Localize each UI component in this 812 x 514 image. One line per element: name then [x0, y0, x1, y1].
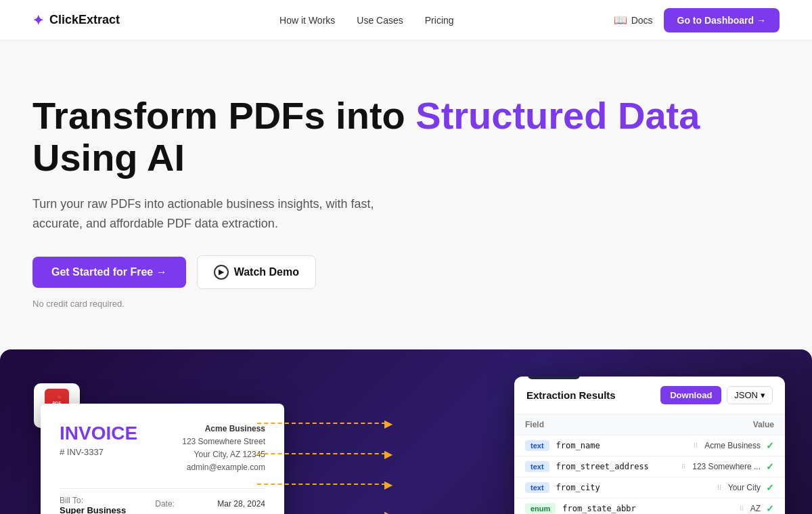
field-name: from_city [556, 483, 600, 492]
book-icon: 📖 [614, 14, 627, 26]
hero-buttons: Get Started for Free → ▶ Watch Demo [32, 255, 780, 289]
check-icon: ✓ [766, 503, 774, 514]
field-name: from_state_abbr [562, 504, 635, 513]
docs-link[interactable]: 📖 Docs [614, 14, 653, 26]
due-date-label: Due Date: [155, 512, 209, 514]
get-started-button[interactable]: Get Started for Free → [32, 257, 186, 288]
field-name: from_name [556, 441, 600, 450]
date-label: Date: [155, 496, 209, 512]
no-credit-note: No credit card required. [32, 299, 780, 309]
value-text: Your City [728, 483, 761, 492]
company-info: Acme Business 123 Somewhere Street Your … [182, 423, 265, 475]
results-actions: Download JSON ▾ [660, 386, 773, 404]
invoice-header: INVOICE # INV-3337 Acme Business 123 Som… [60, 423, 265, 475]
logo[interactable]: ✦ ClickExtract [32, 12, 120, 28]
bill-to-name: Super Business [60, 505, 147, 514]
logo-icon: ✦ [32, 12, 44, 28]
dashboard-button[interactable]: Go to Dashboard → [664, 8, 780, 33]
logo-text: ClickExtract [49, 13, 120, 27]
company-name: Acme Business [182, 423, 265, 435]
value-text: AZ [750, 504, 761, 513]
table-header-row: Field Value [514, 414, 785, 435]
arrow-2: ▶ [257, 448, 392, 461]
table-row: text from_name ⁝⁝ Acme Business ✓ [514, 435, 785, 456]
nav-how-it-works[interactable]: How it Works [279, 15, 335, 26]
table-row: text from_street_address ⁝⁝ 123 Somewher… [514, 456, 785, 477]
table-row: text from_city ⁝⁝ Your City ✓ [514, 477, 785, 498]
value-text: Acme Business [704, 441, 761, 450]
company-email: admin@example.com [182, 461, 265, 474]
bill-to-label: Bill To: [60, 496, 147, 505]
type-badge: text [525, 461, 549, 472]
company-city: Your City, AZ 12345 [182, 448, 265, 461]
field-name: from_street_address [556, 462, 649, 471]
hero-subtitle: Turn your raw PDFs into actionable busin… [32, 194, 384, 234]
download-button[interactable]: Download [660, 386, 721, 404]
col-value: Value [666, 414, 785, 435]
value-icon: ⁝⁝ [717, 484, 721, 491]
value-icon: ⁝⁝ [694, 442, 698, 449]
nav-links: How it Works Use Cases Pricing [279, 15, 453, 26]
json-badge: </> JSON [528, 377, 580, 379]
chevron-down-icon: ▾ [761, 390, 765, 400]
bill-to: Bill To: Super Business 321 Anywhere Str… [60, 496, 147, 514]
navbar-right: 📖 Docs Go to Dashboard → [614, 8, 780, 33]
watch-demo-button[interactable]: ▶ Watch Demo [197, 255, 316, 289]
company-address: 123 Somewhere Street [182, 435, 265, 448]
format-value: JSON [734, 390, 758, 400]
type-badge: enum [525, 503, 556, 514]
table-row: enum from_state_abbr ⁝⁝ AZ ✓ [514, 498, 785, 514]
arrow-1: ▶ [257, 417, 392, 430]
results-panel: </> JSON Extraction Results Download JSO… [514, 377, 785, 514]
pdf-document: INVOICE # INV-3337 Acme Business 123 Som… [41, 404, 284, 514]
type-badge: text [525, 482, 549, 493]
play-icon: ▶ [214, 265, 229, 280]
hero-title: Transform PDFs into Structured Data Usin… [32, 95, 780, 178]
pdf-wrapper: PDF PDF INVOICE # INV-3337 Acme Business… [41, 404, 284, 514]
navbar: ✦ ClickExtract How it Works Use Cases Pr… [0, 0, 812, 41]
invoice-details: Date: Due Date: Order Number: Mar 28, 20… [155, 496, 265, 514]
check-icon: ✓ [766, 461, 774, 472]
col-field: Field [514, 414, 666, 435]
invoice-number: # INV-3337 [60, 447, 137, 457]
type-badge: text [525, 440, 549, 451]
nav-pricing[interactable]: Pricing [425, 15, 454, 26]
check-icon: ✓ [766, 440, 774, 451]
docs-label: Docs [631, 15, 653, 26]
demo-section: PDF PDF INVOICE # INV-3337 Acme Business… [0, 349, 812, 514]
format-select[interactable]: JSON ▾ [727, 386, 773, 404]
arrow-4: ▶ [257, 509, 392, 514]
arrow-3: ▶ [257, 478, 392, 491]
value-icon: ⁝⁝ [740, 505, 744, 512]
results-title: Extraction Results [526, 389, 616, 401]
results-table: Field Value text from_name ⁝⁝ Acme Busin… [514, 414, 785, 514]
arrows-container: ▶ ▶ ▶ ▶ ▶ ▶ ▶ ▶ ▶ ▶ [257, 417, 392, 514]
watch-demo-label: Watch Demo [234, 266, 299, 278]
check-icon: ✓ [766, 482, 774, 493]
hero-title-part2: Using AI [32, 136, 185, 179]
hero-title-part1: Transform PDFs into [32, 94, 415, 137]
results-header: Extraction Results Download JSON ▾ [514, 377, 785, 414]
value-icon: ⁝⁝ [681, 463, 685, 470]
nav-use-cases[interactable]: Use Cases [357, 15, 403, 26]
invoice-title: INVOICE [60, 423, 137, 444]
value-text: 123 Somewhere ... [692, 462, 761, 471]
hero-title-accent: Structured Data [415, 94, 700, 137]
hero-section: Transform PDFs into Structured Data Usin… [0, 41, 812, 336]
